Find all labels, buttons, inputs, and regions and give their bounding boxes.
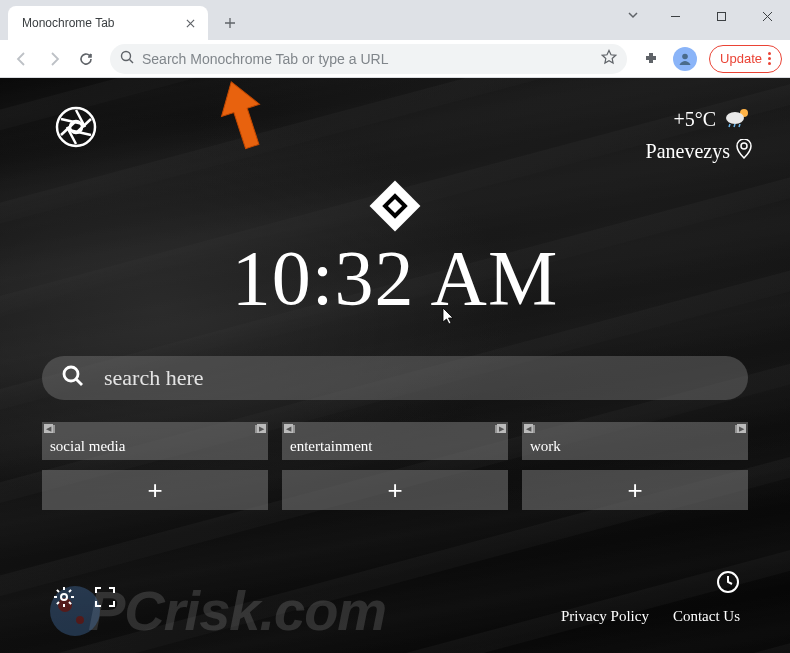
close-tab-icon[interactable] — [182, 15, 198, 31]
weather-widget[interactable]: +5°C Panevezys — [646, 106, 752, 164]
fullscreen-icon[interactable] — [94, 586, 116, 612]
svg-point-6 — [726, 112, 744, 124]
omnibox-placeholder: Search Monochrome Tab or type a URL — [142, 51, 601, 67]
update-button[interactable]: Update — [709, 45, 782, 73]
clock-display: 10:32 AM — [0, 233, 790, 323]
maximize-button[interactable] — [698, 0, 744, 32]
forward-button[interactable] — [40, 45, 68, 73]
svg-point-8 — [61, 594, 67, 600]
location-name: Panevezys — [646, 140, 730, 163]
history-clock-icon[interactable] — [561, 570, 740, 594]
scroll-right-icon[interactable]: ▶ — [257, 424, 266, 433]
profile-avatar[interactable] — [673, 47, 697, 71]
titlebar: Monochrome Tab — [0, 0, 790, 40]
menu-dots-icon — [768, 52, 771, 65]
tab-search-icon[interactable] — [626, 8, 640, 26]
tile-header[interactable]: ◀ ▶ work — [522, 422, 748, 460]
update-label: Update — [720, 51, 762, 66]
address-bar[interactable]: Search Monochrome Tab or type a URL — [110, 44, 627, 74]
tile-label: entertainment — [290, 438, 372, 455]
privacy-link[interactable]: Privacy Policy — [561, 608, 649, 625]
cursor-icon — [442, 307, 456, 331]
temperature: +5°C — [673, 108, 716, 131]
tile-label: social media — [50, 438, 125, 455]
scroll-left-icon[interactable]: ◀ — [44, 424, 53, 433]
svg-point-2 — [682, 53, 688, 59]
location-pin-icon — [736, 139, 752, 164]
close-window-button[interactable] — [744, 0, 790, 32]
tile-group-entertainment: ◀ ▶ entertainment + — [282, 422, 508, 510]
aperture-logo-icon[interactable] — [55, 106, 97, 148]
svg-rect-0 — [717, 12, 725, 20]
page-search-input[interactable]: search here — [42, 356, 748, 400]
reload-button[interactable] — [72, 45, 100, 73]
bottom-right-controls: Privacy Policy Contact Us — [561, 570, 740, 625]
scroll-right-icon[interactable]: ▶ — [737, 424, 746, 433]
add-tile-button[interactable]: + — [282, 470, 508, 510]
diamond-logo-icon — [370, 181, 421, 232]
watermark-text: PCrisk.com — [88, 578, 386, 643]
footer-links: Privacy Policy Contact Us — [561, 608, 740, 625]
tile-header[interactable]: ◀ ▶ entertainment — [282, 422, 508, 460]
tile-group-work: ◀ ▶ work + — [522, 422, 748, 510]
tile-group-social-media: ◀ ▶ social media + — [42, 422, 268, 510]
extensions-icon[interactable] — [637, 45, 665, 73]
scroll-left-icon[interactable]: ◀ — [524, 424, 533, 433]
annotation-arrow-icon — [208, 78, 278, 162]
scroll-right-icon[interactable]: ▶ — [497, 424, 506, 433]
weather-icon — [724, 106, 752, 133]
minimize-button[interactable] — [652, 0, 698, 32]
search-icon — [120, 50, 134, 68]
settings-gear-icon[interactable] — [52, 585, 76, 613]
add-tile-button[interactable]: + — [522, 470, 748, 510]
toolbar: Search Monochrome Tab or type a URL Upda… — [0, 40, 790, 78]
contact-link[interactable]: Contact Us — [673, 608, 740, 625]
bottom-left-controls — [52, 585, 116, 613]
svg-point-1 — [122, 51, 131, 60]
shortcut-tiles: ◀ ▶ social media + ◀ ▶ entertainment + ◀… — [42, 422, 748, 510]
new-tab-button[interactable] — [216, 9, 244, 37]
svg-point-3 — [57, 108, 95, 146]
tile-label: work — [530, 438, 561, 455]
search-icon — [62, 365, 84, 391]
tile-header[interactable]: ◀ ▶ social media — [42, 422, 268, 460]
search-placeholder: search here — [104, 365, 204, 391]
new-tab-page: +5°C Panevezys 10:32 AM search here — [0, 78, 790, 653]
window-controls — [652, 0, 790, 32]
add-tile-button[interactable]: + — [42, 470, 268, 510]
scroll-left-icon[interactable]: ◀ — [284, 424, 293, 433]
tab-title: Monochrome Tab — [22, 16, 182, 30]
bookmark-star-icon[interactable] — [601, 49, 617, 69]
svg-point-7 — [64, 367, 78, 381]
browser-tab[interactable]: Monochrome Tab — [8, 6, 208, 40]
back-button[interactable] — [8, 45, 36, 73]
